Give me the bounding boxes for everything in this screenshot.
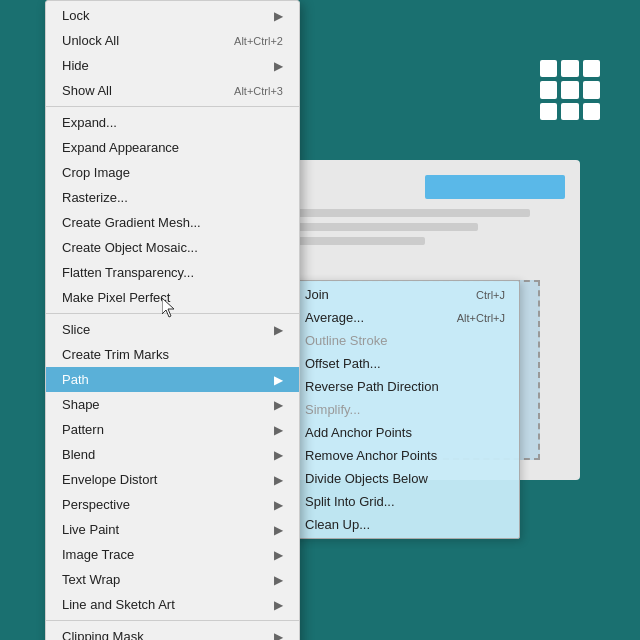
submenu-item-shortcut: Ctrl+J (476, 289, 505, 301)
submenu-item-clean-up[interactable]: Clean Up... (291, 513, 519, 536)
menu-item-arrow: ▶ (274, 423, 283, 437)
menu-item-perspective[interactable]: Perspective▶ (46, 492, 299, 517)
submenu-item-label: Reverse Path Direction (305, 379, 439, 394)
submenu-item-reverse-path-direction[interactable]: Reverse Path Direction (291, 375, 519, 398)
menu-item-label: Expand Appearance (62, 140, 179, 155)
menu-item-blend[interactable]: Blend▶ (46, 442, 299, 467)
menu-item-label: Clipping Mask (62, 629, 144, 640)
menu-item-label: Live Paint (62, 522, 119, 537)
menu-item-flatten-transparency[interactable]: Flatten Transparency... (46, 260, 299, 285)
menu-separator (46, 106, 299, 107)
menu-item-label: Crop Image (62, 165, 130, 180)
menu-item-label: Rasterize... (62, 190, 128, 205)
menu-item-label: Expand... (62, 115, 117, 130)
menu-item-arrow: ▶ (274, 473, 283, 487)
menu-item-crop-image[interactable]: Crop Image (46, 160, 299, 185)
menu-item-label: Make Pixel Perfect (62, 290, 170, 305)
menu-item-label: Create Trim Marks (62, 347, 169, 362)
submenu-item-label: Split Into Grid... (305, 494, 395, 509)
submenu-item-label: Average... (305, 310, 364, 325)
context-menu: Lock▶Unlock AllAlt+Ctrl+2Hide▶Show AllAl… (45, 0, 300, 640)
menu-item-arrow: ▶ (274, 573, 283, 587)
menu-item-shape[interactable]: Shape▶ (46, 392, 299, 417)
menu-item-lock[interactable]: Lock▶ (46, 3, 299, 28)
grid-icon (540, 60, 600, 120)
menu-item-label: Lock (62, 8, 89, 23)
submenu-item-average[interactable]: Average...Alt+Ctrl+J (291, 306, 519, 329)
submenu-item-label: Outline Stroke (305, 333, 387, 348)
menu-separator (46, 313, 299, 314)
menu-item-label: Show All (62, 83, 112, 98)
menu-item-live-paint[interactable]: Live Paint▶ (46, 517, 299, 542)
submenu-item-remove-anchor-points[interactable]: Remove Anchor Points (291, 444, 519, 467)
menu-item-create-trim-marks[interactable]: Create Trim Marks (46, 342, 299, 367)
menu-item-arrow: ▶ (274, 9, 283, 23)
menu-item-expand[interactable]: Expand... (46, 110, 299, 135)
submenu-item-outline-stroke[interactable]: Outline Stroke (291, 329, 519, 352)
menu-separator (46, 620, 299, 621)
menu-item-line-sketch-art[interactable]: Line and Sketch Art▶ (46, 592, 299, 617)
menu-item-create-object-mosaic[interactable]: Create Object Mosaic... (46, 235, 299, 260)
menu-item-unlock-all[interactable]: Unlock AllAlt+Ctrl+2 (46, 28, 299, 53)
submenu-item-label: Clean Up... (305, 517, 370, 532)
menu-item-arrow: ▶ (274, 598, 283, 612)
menu-item-arrow: ▶ (274, 323, 283, 337)
submenu-item-label: Add Anchor Points (305, 425, 412, 440)
menu-item-label: Create Object Mosaic... (62, 240, 198, 255)
menu-item-text-wrap[interactable]: Text Wrap▶ (46, 567, 299, 592)
submenu-item-offset-path[interactable]: Offset Path... (291, 352, 519, 375)
submenu-item-label: Join (305, 287, 329, 302)
submenu-item-label: Simplify... (305, 402, 360, 417)
menu-item-arrow: ▶ (274, 373, 283, 387)
menu-item-make-pixel-perfect[interactable]: Make Pixel Perfect (46, 285, 299, 310)
menu-item-pattern[interactable]: Pattern▶ (46, 417, 299, 442)
menu-item-label: Slice (62, 322, 90, 337)
menu-item-label: Hide (62, 58, 89, 73)
menu-item-label: Shape (62, 397, 100, 412)
menu-item-label: Perspective (62, 497, 130, 512)
submenu-item-join[interactable]: JoinCtrl+J (291, 283, 519, 306)
menu-item-arrow: ▶ (274, 523, 283, 537)
menu-item-shortcut: Alt+Ctrl+2 (234, 35, 283, 47)
menu-item-arrow: ▶ (274, 448, 283, 462)
path-submenu: JoinCtrl+JAverage...Alt+Ctrl+JOutline St… (290, 280, 520, 539)
submenu-item-label: Offset Path... (305, 356, 381, 371)
menu-item-label: Pattern (62, 422, 104, 437)
submenu-item-label: Remove Anchor Points (305, 448, 437, 463)
menu-item-create-gradient-mesh[interactable]: Create Gradient Mesh... (46, 210, 299, 235)
submenu-item-label: Divide Objects Below (305, 471, 428, 486)
menu-item-arrow: ▶ (274, 398, 283, 412)
menu-item-expand-appearance[interactable]: Expand Appearance (46, 135, 299, 160)
menu-item-label: Blend (62, 447, 95, 462)
menu-item-arrow: ▶ (274, 498, 283, 512)
menu-item-slice[interactable]: Slice▶ (46, 317, 299, 342)
menu-item-envelope-distort[interactable]: Envelope Distort▶ (46, 467, 299, 492)
menu-item-arrow: ▶ (274, 59, 283, 73)
menu-item-arrow: ▶ (274, 548, 283, 562)
menu-item-shortcut: Alt+Ctrl+3 (234, 85, 283, 97)
menu-item-rasterize[interactable]: Rasterize... (46, 185, 299, 210)
menu-item-show-all[interactable]: Show AllAlt+Ctrl+3 (46, 78, 299, 103)
menu-item-label: Envelope Distort (62, 472, 157, 487)
menu-item-path[interactable]: Path▶ (46, 367, 299, 392)
menu-item-arrow: ▶ (274, 630, 283, 641)
submenu-item-divide-objects-below[interactable]: Divide Objects Below (291, 467, 519, 490)
menu-item-label: Create Gradient Mesh... (62, 215, 201, 230)
menu-item-label: Line and Sketch Art (62, 597, 175, 612)
submenu-item-add-anchor-points[interactable]: Add Anchor Points (291, 421, 519, 444)
menu-item-label: Flatten Transparency... (62, 265, 194, 280)
menu-item-label: Text Wrap (62, 572, 120, 587)
menu-item-label: Unlock All (62, 33, 119, 48)
menu-item-hide[interactable]: Hide▶ (46, 53, 299, 78)
menu-item-clipping-mask[interactable]: Clipping Mask▶ (46, 624, 299, 640)
submenu-item-split-into-grid[interactable]: Split Into Grid... (291, 490, 519, 513)
menu-item-image-trace[interactable]: Image Trace▶ (46, 542, 299, 567)
menu-item-label: Image Trace (62, 547, 134, 562)
menu-item-label: Path (62, 372, 89, 387)
submenu-item-simplify[interactable]: Simplify... (291, 398, 519, 421)
submenu-item-shortcut: Alt+Ctrl+J (457, 312, 505, 324)
